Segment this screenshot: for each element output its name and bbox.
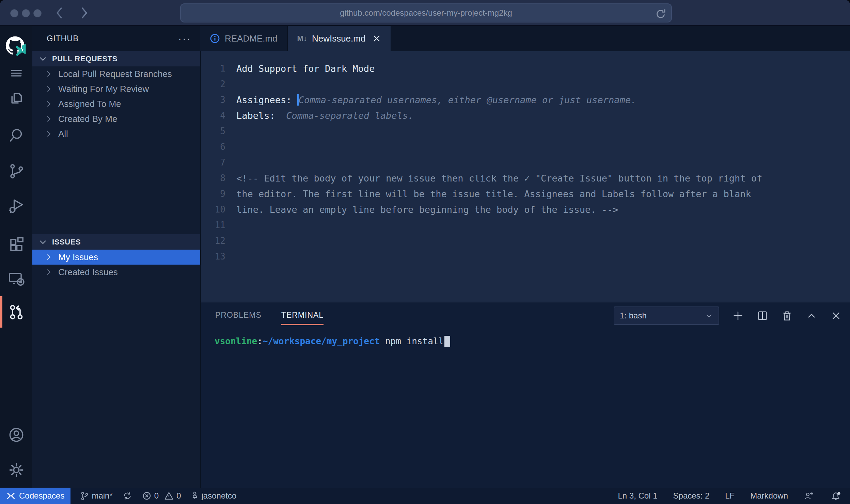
chevron-down-icon: [705, 312, 713, 320]
editor-line: 5: [201, 123, 850, 139]
language-mode-indicator[interactable]: Markdown: [750, 491, 788, 501]
browser-back-icon[interactable]: [54, 6, 65, 20]
chevron-right-icon: [45, 100, 53, 108]
active-view-indicator: [0, 296, 2, 328]
comment-text: <!-- Edit the body of your new issue the…: [236, 173, 762, 184]
terminal-cursor: [444, 336, 450, 347]
remote-indicator-icon: [6, 491, 16, 501]
account-icon[interactable]: [0, 422, 32, 448]
activity-bar: [0, 26, 32, 488]
sidebar-title-row: GITHUB ···: [32, 26, 200, 51]
explorer-icon[interactable]: [0, 86, 32, 112]
menu-hamburger-icon[interactable]: [0, 60, 32, 86]
tree-item-created-issues[interactable]: Created Issues: [32, 265, 200, 280]
source-control-icon[interactable]: [0, 158, 32, 184]
window-close-button[interactable]: [10, 9, 18, 17]
comment-text: the editor. The first line will be the i…: [236, 189, 751, 199]
terminal-user: vsonline: [215, 336, 257, 346]
labels-label: Labels:: [236, 110, 286, 121]
search-icon[interactable]: [0, 123, 32, 148]
editor-line: 9the editor. The first line will be the …: [201, 186, 850, 202]
codespaces-remote-button[interactable]: Codespaces: [0, 488, 70, 504]
browser-forward-icon[interactable]: [78, 6, 90, 20]
editor-line: 8<!-- Edit the body of your new issue th…: [201, 170, 850, 186]
editor-line: 13: [201, 249, 850, 264]
notifications-bell-icon[interactable]: [830, 490, 841, 501]
person-icon: [191, 491, 199, 501]
github-pull-requests-icon[interactable]: [0, 299, 32, 325]
tab-readme[interactable]: README.md: [200, 26, 288, 51]
sidebar-title: GITHUB: [47, 34, 178, 43]
terminal-command: npm install: [380, 336, 444, 346]
editor-tab-bar: README.md M↓ NewIssue.md: [200, 26, 850, 51]
editor-line: 6: [201, 139, 850, 155]
info-icon: [210, 33, 220, 44]
comment-text: line. Leave an empty line before beginni…: [236, 204, 618, 215]
status-bar: Codespaces main* 0 0 jasonetco Ln 3, Col…: [0, 488, 850, 504]
editor-line: 3Assignees: Comma-separated usernames, e…: [201, 92, 850, 108]
terminal-shell-select[interactable]: 1: bash: [614, 306, 719, 325]
tab-terminal[interactable]: TERMINAL: [281, 311, 324, 320]
address-bar[interactable]: github.com/codespaces/user-my-project-mg…: [180, 3, 672, 22]
error-icon: [142, 491, 152, 501]
close-tab-icon[interactable]: [372, 34, 381, 43]
more-actions-icon[interactable]: ···: [178, 37, 191, 40]
bottom-panel: PROBLEMS TERMINAL 1: bash vsonline:~/wor…: [200, 302, 850, 488]
editor-line: 12: [201, 233, 850, 249]
tree-item-my-issues[interactable]: My Issues: [32, 250, 200, 265]
eol-indicator[interactable]: LF: [725, 491, 735, 501]
codespaces-window: github.com/codespaces/user-my-project-mg…: [0, 0, 850, 504]
warning-icon: [164, 491, 174, 501]
chevron-right-icon: [45, 85, 53, 93]
tab-problems[interactable]: PROBLEMS: [215, 311, 262, 320]
debug-icon[interactable]: [0, 193, 32, 219]
chevron-down-icon: [38, 54, 47, 63]
branch-icon: [80, 491, 89, 501]
chevron-right-icon: [45, 268, 53, 276]
indentation-indicator[interactable]: Spaces: 2: [673, 491, 710, 501]
section-issues[interactable]: ISSUES: [32, 234, 200, 250]
address-bar-url: github.com/codespaces/user-my-project-mg…: [340, 8, 512, 18]
settings-gear-icon[interactable]: [0, 457, 32, 483]
problems-indicator[interactable]: 0 0: [142, 491, 181, 501]
section-pull-requests[interactable]: PULL REQUESTS: [32, 51, 200, 66]
editor-line: 11: [201, 217, 850, 233]
tree-item-all[interactable]: All: [32, 126, 200, 141]
signed-in-user[interactable]: jasonetco: [191, 491, 237, 501]
sync-icon: [122, 491, 132, 501]
tree-item-local-pull-request-branches[interactable]: Local Pull Request Branches: [32, 66, 200, 81]
window-controls: [10, 9, 42, 17]
chevron-right-icon: [45, 115, 53, 123]
chevron-right-icon: [45, 253, 53, 261]
markdown-file-icon: M↓: [297, 34, 307, 43]
tree-item-waiting-for-my-review[interactable]: Waiting For My Review: [32, 81, 200, 96]
branch-indicator[interactable]: main*: [80, 491, 112, 501]
reload-icon[interactable]: [655, 8, 666, 20]
tree-item-created-by-me[interactable]: Created By Me: [32, 111, 200, 126]
window-zoom-button[interactable]: [33, 9, 42, 17]
editor-line: 7: [201, 155, 850, 170]
cursor-position-indicator[interactable]: Ln 3, Col 1: [618, 491, 657, 501]
assignees-placeholder: Comma-separated usernames, either @usern…: [299, 95, 636, 105]
chevron-right-icon: [45, 70, 53, 78]
issue-title-text: Add Support for Dark Mode: [236, 63, 375, 74]
tree-item-assigned-to-me[interactable]: Assigned To Me: [32, 96, 200, 111]
window-minimize-button[interactable]: [22, 9, 30, 17]
feedback-icon[interactable]: [804, 490, 815, 501]
tab-newissue[interactable]: M↓ NewIssue.md: [288, 26, 392, 51]
sync-button[interactable]: [122, 491, 132, 501]
split-terminal-icon[interactable]: [757, 310, 768, 321]
close-panel-icon[interactable]: [830, 310, 842, 321]
maximize-panel-icon[interactable]: [806, 310, 817, 321]
terminal-output[interactable]: vsonline:~/workspace/my_project npm inst…: [201, 328, 850, 488]
extensions-icon[interactable]: [0, 231, 32, 257]
editor-line: 10line. Leave an empty line before begin…: [201, 202, 850, 217]
remote-explorer-icon[interactable]: [0, 265, 32, 291]
chevron-down-icon: [38, 238, 47, 247]
assignees-label: Assignees:: [236, 95, 297, 105]
new-terminal-icon[interactable]: [732, 310, 744, 321]
editor-line: 2: [201, 76, 850, 92]
editor-pane[interactable]: 1Add Support for Dark Mode 2 3Assignees:…: [200, 51, 850, 302]
kill-terminal-icon[interactable]: [781, 310, 793, 321]
editor-line: 4Labels: Comma-separated labels.: [201, 108, 850, 123]
